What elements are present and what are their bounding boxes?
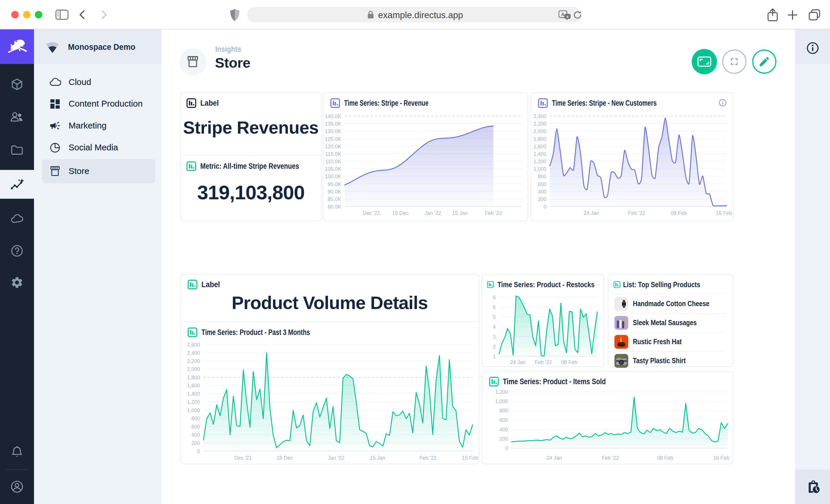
svg-text:Feb '22: Feb '22 xyxy=(602,455,619,461)
svg-text:2,600: 2,600 xyxy=(187,342,200,348)
svg-text:24 Jan: 24 Jan xyxy=(583,210,599,216)
svg-text:1,000: 1,000 xyxy=(534,166,546,172)
svg-text:15 Dec: 15 Dec xyxy=(392,210,408,216)
svg-text:105.0K: 105.0K xyxy=(325,166,341,172)
svg-text:2: 2 xyxy=(493,344,496,349)
svg-text:08 Feb: 08 Feb xyxy=(561,360,577,365)
svg-text:125.0K: 125.0K xyxy=(325,136,341,142)
svg-text:0: 0 xyxy=(505,445,508,451)
svg-text:1,200: 1,200 xyxy=(495,389,508,395)
svg-text:Jan '22: Jan '22 xyxy=(424,210,441,216)
svg-text:4: 4 xyxy=(493,324,496,330)
svg-text:130.0K: 130.0K xyxy=(325,129,341,134)
svg-text:1,400: 1,400 xyxy=(534,151,546,157)
svg-text:400: 400 xyxy=(191,432,200,438)
svg-text:0: 0 xyxy=(197,448,200,454)
svg-text:5: 5 xyxy=(493,304,496,310)
svg-text:Feb '22: Feb '22 xyxy=(628,210,645,216)
svg-text:110.0K: 110.0K xyxy=(325,159,341,164)
svg-text:A: A xyxy=(561,12,565,17)
svg-text:Dec '21: Dec '21 xyxy=(363,210,380,216)
svg-text:Jan '22: Jan '22 xyxy=(328,455,344,461)
svg-text:1,200: 1,200 xyxy=(534,159,546,164)
svg-text:200: 200 xyxy=(500,436,508,442)
svg-text:Feb '22: Feb '22 xyxy=(535,360,552,365)
svg-text:95.0K: 95.0K xyxy=(328,181,341,187)
svg-text:1,600: 1,600 xyxy=(534,144,546,149)
svg-text:24 Jan: 24 Jan xyxy=(510,360,526,365)
svg-text:2,400: 2,400 xyxy=(534,113,546,119)
svg-text:1,200: 1,200 xyxy=(187,399,200,405)
svg-text:2,200: 2,200 xyxy=(187,358,200,364)
svg-text:Feb '22: Feb '22 xyxy=(485,210,502,216)
svg-text:1,600: 1,600 xyxy=(187,383,200,389)
svg-text:2,000: 2,000 xyxy=(187,366,200,372)
svg-text:1,000: 1,000 xyxy=(495,399,508,404)
svg-text:1,800: 1,800 xyxy=(534,136,546,142)
svg-text:1,000: 1,000 xyxy=(187,407,200,413)
svg-text:16 Feb: 16 Feb xyxy=(713,455,729,461)
svg-text:600: 600 xyxy=(538,181,546,187)
svg-text:800: 800 xyxy=(538,174,546,179)
svg-text:800: 800 xyxy=(500,408,508,413)
svg-text:08 Feb: 08 Feb xyxy=(657,455,673,461)
svg-text:140.0K: 140.0K xyxy=(325,113,341,119)
svg-text:0: 0 xyxy=(544,204,546,210)
svg-text:400: 400 xyxy=(538,189,546,195)
svg-text:200: 200 xyxy=(191,440,200,446)
svg-text:120.0K: 120.0K xyxy=(325,144,341,149)
svg-text:16 Feb: 16 Feb xyxy=(716,210,732,216)
svg-text:Dec '21: Dec '21 xyxy=(234,455,252,461)
svg-text:1: 1 xyxy=(493,354,496,360)
svg-text:600: 600 xyxy=(191,424,200,430)
svg-text:80.0K: 80.0K xyxy=(328,204,341,210)
svg-text:24 Jan: 24 Jan xyxy=(546,455,562,461)
svg-text:600: 600 xyxy=(500,417,508,423)
svg-text:2,200: 2,200 xyxy=(534,121,546,127)
svg-text:90.0K: 90.0K xyxy=(328,189,341,195)
svg-text:1,800: 1,800 xyxy=(187,375,200,380)
svg-text:800: 800 xyxy=(191,415,200,421)
svg-text:135.0K: 135.0K xyxy=(325,121,341,127)
svg-text:2,400: 2,400 xyxy=(187,350,200,356)
svg-text:1,400: 1,400 xyxy=(187,391,200,397)
svg-text:15 Jan: 15 Jan xyxy=(370,455,385,461)
svg-text:400: 400 xyxy=(500,427,508,433)
svg-text:100.0K: 100.0K xyxy=(325,174,341,179)
svg-text:15 Dec: 15 Dec xyxy=(276,455,293,461)
svg-text:15 Jan: 15 Jan xyxy=(452,210,468,216)
svg-text:115.0K: 115.0K xyxy=(325,151,341,157)
svg-text:3: 3 xyxy=(493,334,496,340)
svg-text:15 Feb: 15 Feb xyxy=(462,455,478,461)
svg-text:08 Feb: 08 Feb xyxy=(671,210,687,216)
svg-text:5: 5 xyxy=(493,314,496,320)
svg-text:2,000: 2,000 xyxy=(534,129,546,134)
svg-text:200: 200 xyxy=(538,196,546,202)
svg-text:6: 6 xyxy=(493,295,496,300)
svg-text:85.0K: 85.0K xyxy=(328,196,341,202)
svg-text:x: x xyxy=(566,14,569,19)
svg-text:Feb '22: Feb '22 xyxy=(419,455,436,461)
